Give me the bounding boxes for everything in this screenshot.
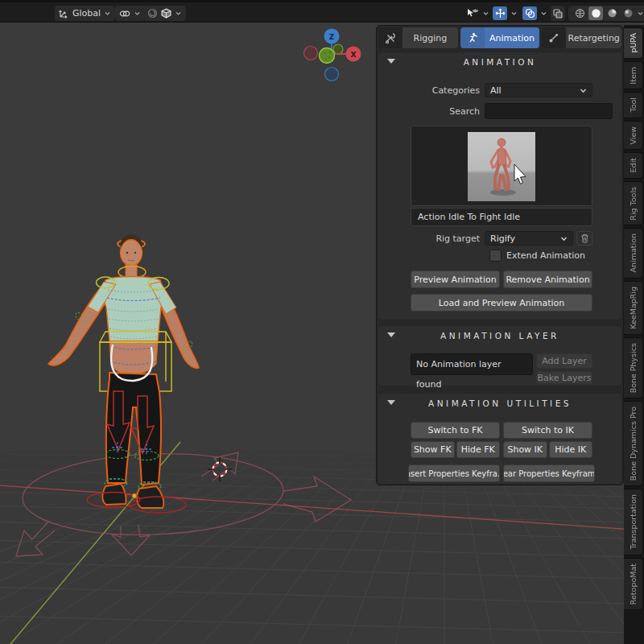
selectability-dropdown[interactable] (464, 6, 491, 21)
rig-target-dropdown[interactable]: Rigify (485, 231, 573, 246)
animation-thumbnail[interactable] (468, 132, 535, 201)
tab-label: Animation (485, 27, 540, 48)
side-tab-keemaprig[interactable]: KeeMapRig (624, 281, 643, 335)
snap-link-icon (119, 9, 130, 19)
proportional-editing-group[interactable] (143, 6, 186, 21)
rendered-shading-icon (623, 8, 634, 19)
clear-properties-keyframe-button[interactable]: Clear Properties Keyfram... (503, 464, 595, 482)
tab-animation[interactable]: Animation (460, 27, 540, 48)
pivot-cube-icon (161, 8, 171, 19)
shading-solid-button[interactable] (588, 6, 603, 20)
wrench-icon (385, 32, 396, 43)
tab-retargeting[interactable]: Retargeting (542, 27, 621, 48)
overlays-icon (525, 8, 535, 19)
chevron-down-icon (540, 10, 547, 17)
side-tab-item[interactable]: Item (624, 61, 643, 90)
side-tab-transportation[interactable]: Transportation (624, 489, 643, 555)
switch-to-fk-button[interactable]: Switch to FK (411, 422, 500, 439)
insert-properties-keyframe-button[interactable]: Insert Properties Keyfra... (408, 464, 500, 482)
switch-to-ik-button[interactable]: Switch to IK (503, 422, 592, 439)
world-origin (132, 493, 137, 498)
transform-orientation-dropdown[interactable]: Global (55, 6, 115, 21)
hide-ik-button[interactable]: Hide IK (549, 441, 593, 458)
viewport-header: Global (0, 0, 644, 23)
chevron-down-icon (637, 10, 644, 17)
sidebar-panel: Rigging Animation Retargeting ANIMATION … (376, 25, 624, 485)
side-tab-tool[interactable]: Tool (624, 92, 643, 118)
categories-dropdown[interactable]: All (485, 83, 592, 97)
side-tab-bone-physics[interactable]: Bone Physics (624, 337, 643, 398)
chevron-down-icon (175, 10, 182, 17)
xray-toggle[interactable] (551, 6, 565, 21)
gizmos-toggle[interactable] (491, 6, 519, 21)
clear-rig-target-button[interactable] (576, 231, 592, 246)
gizmo-neg-y[interactable] (333, 44, 343, 54)
bone-chain-icon (548, 32, 559, 43)
add-layer-button[interactable]: Add Layer (536, 353, 592, 369)
animation-name: Action Idle To Fight Idle (418, 212, 520, 222)
animation-layer-panel: ANIMATION LAYER No Animation layer found… (378, 325, 622, 386)
preview-animation-button[interactable]: Preview Animation (411, 270, 500, 288)
chevron-down-icon (482, 10, 489, 17)
search-label: Search (411, 106, 485, 117)
extend-animation-label: Extend Animation (506, 250, 585, 261)
load-preview-animation-button[interactable]: Load and Preview Animation (411, 294, 592, 312)
transform-orientation-icon (59, 8, 69, 19)
chevron-down-icon (580, 87, 587, 94)
animation-name-field[interactable]: Action Idle To Fight Idle (411, 208, 592, 226)
hide-fk-button[interactable]: Hide FK (456, 441, 501, 458)
animation-preview-browser[interactable] (411, 126, 592, 206)
thumbnail-character (491, 138, 510, 189)
svg-text:X: X (351, 51, 357, 59)
show-ik-button[interactable]: Show IK (503, 441, 547, 458)
solid-shading-icon (591, 8, 601, 19)
side-tab-edit[interactable]: Edit (624, 152, 643, 178)
shading-mode-group (568, 6, 644, 21)
gizmo-pos-y[interactable] (320, 48, 335, 64)
side-tab-bone-dynamics-pro[interactable]: Bone Dynamics Pro (624, 401, 643, 486)
rig-target-label: Rig target (411, 233, 485, 244)
animation-layer-panel-header[interactable]: ANIMATION LAYER (378, 326, 621, 347)
panel-title: ANIMATION UTILITIES (378, 398, 621, 408)
addon-tab-row: Rigging Animation Retargeting (378, 27, 621, 48)
svg-text:Z: Z (329, 33, 335, 41)
extend-animation-checkbox[interactable] (489, 250, 502, 262)
overlays-toggle[interactable] (521, 6, 549, 21)
shading-wireframe-button[interactable] (572, 6, 587, 20)
side-tab-pupa[interactable]: pUPA (624, 27, 643, 59)
chevron-down-icon (134, 10, 141, 17)
gizmo-neg-z[interactable] (325, 68, 339, 81)
snapping-dropdown[interactable] (115, 6, 145, 21)
chevron-down-icon (560, 235, 568, 242)
side-tab-retopomat[interactable]: RetopoMat (624, 558, 643, 610)
proportional-falloff-icon (147, 8, 158, 19)
animation-layer-status-field[interactable]: No Animation layer found (411, 353, 533, 375)
animation-layer-status: No Animation layer found (416, 359, 502, 390)
mouse-cursor-icon (514, 164, 526, 184)
search-input[interactable] (485, 103, 613, 119)
categories-value: All (490, 85, 580, 96)
side-tab-view[interactable]: View (624, 121, 643, 151)
panel-title: ANIMATION LAYER (378, 331, 621, 341)
tab-rigging[interactable]: Rigging (378, 27, 458, 48)
blender-window: Z X Global (0, 0, 644, 644)
bake-layers-button[interactable]: Bake Layers (536, 371, 592, 384)
cursor-eye-icon (466, 8, 479, 19)
sidebar-category-tabs: pUPA Item Tool View Edit Rig Tools Anima… (624, 25, 644, 644)
side-tab-rig-tools[interactable]: Rig Tools (624, 181, 643, 226)
panel-title: ANIMATION (378, 57, 621, 67)
rig-target-value: Rigify (490, 233, 560, 244)
remove-animation-button[interactable]: Remove Animation (503, 270, 592, 288)
gizmo-neg-x[interactable] (304, 47, 318, 60)
show-fk-button[interactable]: Show FK (411, 441, 455, 458)
tab-label: Retargeting (566, 27, 621, 48)
shading-material-button[interactable] (605, 6, 619, 20)
animation-utilities-panel: ANIMATION UTILITIES Switch to FK Switch … (378, 393, 622, 485)
animation-utilities-panel-header[interactable]: ANIMATION UTILITIES (378, 394, 621, 415)
animation-panel-header[interactable]: ANIMATION (378, 52, 621, 73)
side-tab-animation[interactable]: Animation (624, 228, 643, 278)
material-preview-icon (607, 8, 617, 19)
shading-rendered-button[interactable] (621, 6, 635, 20)
gizmo-icon (495, 8, 506, 19)
orientation-label: Global (72, 8, 101, 19)
